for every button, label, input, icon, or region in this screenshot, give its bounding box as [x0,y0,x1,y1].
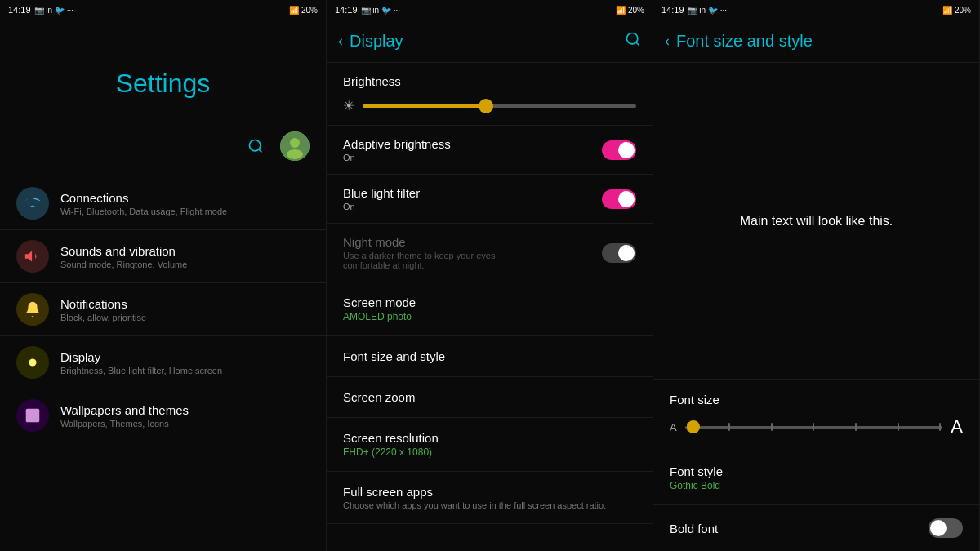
search-button[interactable] [241,131,270,161]
wallpapers-text: Wallpapers and themes Wallpapers, Themes… [60,403,189,429]
status-icons: 📷 in 🐦 ··· [34,6,74,15]
time-display: 14:19 [8,5,31,15]
menu-item-wallpapers[interactable]: Wallpapers and themes Wallpapers, Themes… [0,389,326,442]
sounds-icon [16,240,49,273]
mark-3 [771,423,773,431]
fontsize-label: Font size and style [343,349,636,363]
wallpapers-sub: Wallpapers, Themes, Icons [60,419,189,429]
font-header: ‹ Font size and style [653,20,979,62]
bluelight-label: Blue light filter [343,186,420,200]
sounds-sub: Sound mode, Ringtone, Volume [60,260,187,269]
font-a-small: A [670,421,677,433]
bold-font-row[interactable]: Bold font [653,505,979,551]
display-title: Display [350,32,625,51]
screenzoom-item[interactable]: Screen zoom [327,377,653,418]
adaptive-brightness-row[interactable]: Adaptive brightness On [327,126,653,175]
brightness-track[interactable] [363,104,636,108]
fullscreen-label: Full screen apps [343,485,636,499]
font-slider-row: A A [670,416,963,438]
svg-line-1 [259,149,262,153]
svg-point-3 [290,138,300,148]
display-label: Display [60,350,222,364]
font-thumb[interactable] [687,420,700,433]
time-display-3: 14:19 [662,5,684,15]
svg-line-14 [38,357,38,358]
svg-marker-5 [25,251,32,262]
menu-list: Connections Wi-Fi, Bluetooth, Data usage… [0,177,326,442]
menu-item-sounds[interactable]: Sounds and vibration Sound mode, Rington… [0,230,326,283]
screenzoom-label: Screen zoom [343,390,636,404]
mark-4 [813,423,814,431]
font-panel: 14:19 📷 in 🐦 ··· 📶 20% ‹ Font size and s… [653,0,980,551]
font-size-label: Font size [670,393,963,407]
status-time: 14:19 📷 in 🐦 ··· [8,5,74,15]
bluelight-row[interactable]: Blue light filter On [327,175,653,224]
svg-point-0 [250,140,261,151]
svg-line-9 [27,357,28,358]
font-style-row[interactable]: Font style Gothic Bold [653,451,979,505]
font-a-large: A [951,416,963,438]
signal-icon-2: 📶 [616,6,626,15]
fullscreen-item[interactable]: Full screen apps Choose which apps you w… [327,472,653,524]
bluelight-sub: On [343,202,420,211]
connections-label: Connections [60,191,227,205]
nightmode-label: Night mode [343,235,539,249]
font-back-button[interactable]: ‹ [665,33,670,50]
status-bar-2: 14:19 📷 in 🐦 ··· 📶 20% [327,0,653,20]
battery-2: 20% [628,6,644,15]
font-style-sub: Gothic Bold [670,480,963,491]
status-right-icons: 📶 20% [289,6,318,15]
settings-title: Settings [0,20,326,131]
back-button[interactable]: ‹ [338,33,343,50]
display-panel: 14:19 📷 in 🐦 ··· 📶 20% ‹ Display Brightn… [327,0,653,551]
notif-label: Notifications [60,297,146,311]
notif-sub: Block, allow, prioritise [60,313,146,322]
nightmode-knob [618,245,635,261]
font-size-section: Font size A A [653,380,979,451]
nightmode-row[interactable]: Night mode Use a darker theme to keep yo… [327,224,653,282]
adaptive-toggle[interactable] [602,140,636,160]
resolution-item[interactable]: Screen resolution FHD+ (2220 x 1080) [327,418,653,472]
nightmode-toggle[interactable] [602,243,636,263]
status-bar-3: 14:19 📷 in 🐦 ··· 📶 20% [653,0,979,20]
bluelight-toggle[interactable] [602,189,636,209]
svg-point-17 [627,33,638,43]
brightness-section: Brightness ☀ [327,63,653,125]
brightness-thumb[interactable] [479,99,493,113]
display-header: ‹ Display [327,20,653,62]
bold-knob [930,520,947,536]
screenmode-label: Screen mode [343,295,636,309]
resolution-sub: FHD+ (2220 x 1080) [343,447,636,458]
svg-point-6 [29,358,36,366]
time-display-2: 14:19 [335,5,358,15]
connections-icon [16,187,49,220]
font-preview-area: Main text will look like this. [653,63,979,380]
battery-3: 20% [955,6,971,15]
resolution-label: Screen resolution [343,431,636,445]
preview-text: Main text will look like this. [740,214,893,229]
nightmode-sub: Use a darker theme to keep your eyes com… [343,251,539,270]
display-text: Display Brightness, Blue light filter, H… [60,350,222,375]
mark-6 [898,423,899,431]
fontsize-item[interactable]: Font size and style [327,336,653,377]
bold-toggle[interactable] [929,518,963,538]
avatar[interactable] [280,131,310,161]
display-icon [16,346,49,379]
wallpaper-icon [16,399,49,432]
brightness-slider-row: ☀ [343,98,636,113]
menu-item-connections[interactable]: Connections Wi-Fi, Bluetooth, Data usage… [0,177,326,230]
svg-line-10 [38,367,38,368]
connections-text: Connections Wi-Fi, Bluetooth, Data usage… [60,191,227,216]
font-slider-track[interactable] [685,426,943,429]
menu-item-notifications[interactable]: Notifications Block, allow, prioritise [0,283,326,336]
screenmode-sub: AMOLED photo [343,311,636,322]
svg-point-16 [29,411,31,414]
screenmode-item[interactable]: Screen mode AMOLED photo [327,282,653,336]
bold-font-label: Bold font [670,522,718,535]
battery-text: 20% [301,6,318,15]
settings-panel: 14:19 📷 in 🐦 ··· 📶 20% Settings [0,0,327,551]
menu-item-display[interactable]: Display Brightness, Blue light filter, H… [0,336,326,389]
status-icons-2: 📷 in 🐦 ··· [361,6,400,15]
bluelight-knob [618,191,635,207]
search-display-button[interactable] [625,31,641,51]
